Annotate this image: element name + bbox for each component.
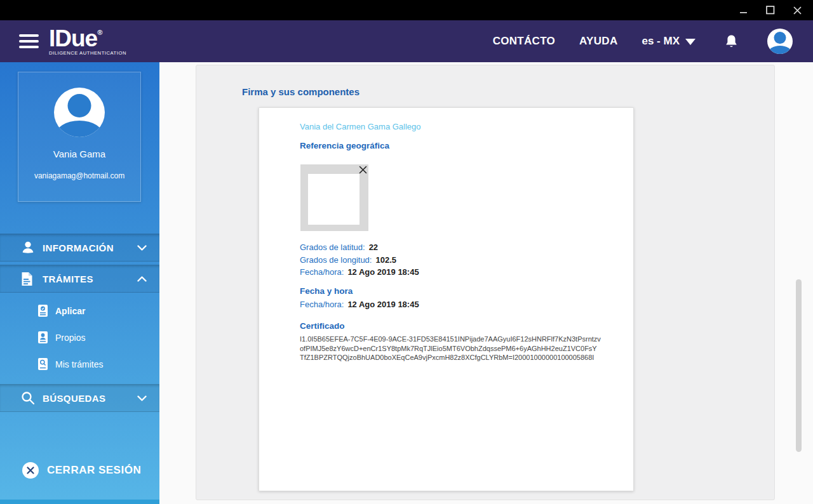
geo-image-placeholder [300,164,368,231]
sidebar-item-busquedas[interactable]: BÚSQUEDAS [0,384,159,412]
user-avatar[interactable] [767,29,793,54]
chevron-down-icon [137,395,147,401]
sidebar-subitem-aplicar[interactable]: Aplicar [0,302,159,319]
chevron-up-icon [137,276,147,282]
geo-datetime-label: Fecha/hora: [300,267,344,277]
help-link[interactable]: AYUDA [579,35,617,48]
scrollbar[interactable] [796,279,802,452]
document-icon [21,272,35,286]
close-icon [793,6,802,15]
profile-email: vaniagamag@hotmail.com [18,171,140,180]
signer-name: Vania del Carmen Gama Gallego [300,122,421,131]
sidebar-item-informacion[interactable]: INFORMACIÓN [0,234,159,262]
tramites-submenu: Aplicar Propios [0,302,159,382]
content-panel: Firma y sus componentes Vania del Carmen… [196,65,775,500]
apply-document-icon [38,305,48,317]
datetime-row: Fecha/hora:12 Ago 2019 18:45 [300,300,419,309]
page-title: Firma y sus componentes [242,86,359,97]
person-icon [21,241,35,255]
sidebar-bottom-strip [0,500,159,504]
sidebar-item-label: BÚSQUEDAS [43,393,105,404]
latitude-label: Grados de latitud: [300,242,365,252]
minimize-button[interactable] [736,3,752,18]
minimize-icon [740,6,748,14]
sidebar-item-tramites[interactable]: TRÁMITES [0,265,159,293]
search-document-icon [38,358,48,370]
logo-title: IDue® [49,27,126,50]
maximize-icon [766,6,775,15]
sidebar-subitem-label: Propios [55,333,85,343]
geo-datetime-row: Fecha/hora:12 Ago 2019 18:45 [300,267,419,277]
sidebar-item-label: INFORMACIÓN [43,242,114,253]
logo-subtitle: DILIGENCE AUTHENTICATION [49,51,126,56]
geo-section-title: Referencia geográfica [300,141,389,150]
geo-datetime-value: 12 Ago 2019 18:45 [347,267,419,277]
close-icon[interactable] [359,166,367,174]
latitude-row: Grados de latitud:22 [300,242,419,252]
bell-icon[interactable] [725,34,738,49]
maximize-button[interactable] [762,3,779,18]
app-logo: IDue® DILIGENCE AUTHENTICATION [49,27,126,56]
sidebar-subitem-mis-tramites[interactable]: Mis trámites [0,355,159,373]
sidebar-item-label: TRÁMITES [43,274,93,284]
geo-details: Grados de latitud:22 Grados de longitud:… [300,242,419,280]
longitude-value: 102.5 [375,255,396,265]
window-titlebar [0,0,813,20]
datetime-section-title: Fecha y hora [300,286,353,296]
signature-card: Vania del Carmen Gama Gallego Referencia… [259,107,634,491]
profile-name: Vania Gama [18,149,140,159]
certificate-value: I1.0I5B65EFEA-7C5F-4E09-9ACE-31FD53E8415… [300,335,601,362]
language-selector[interactable]: es - MX [642,35,695,48]
avatar-head [68,94,91,117]
sidebar-subitem-label: Aplicar [55,306,85,316]
contact-link[interactable]: CONTÁCTO [493,35,555,48]
longitude-label: Grados de longitud: [300,255,372,265]
profile-card: Vania Gama vaniagamag@hotmail.com [18,72,141,202]
search-icon [21,391,35,405]
close-circle-icon [22,462,39,479]
language-value: es - MX [642,35,680,48]
sidebar-subitem-label: Mis trámites [55,359,103,369]
certificate-section-title: Certificado [300,321,345,331]
latitude-value: 22 [369,242,378,252]
header-nav: CONTÁCTO AYUDA es - MX [493,29,813,54]
close-button[interactable] [789,3,805,18]
menu-icon[interactable] [19,34,39,48]
logout-button[interactable]: CERRAR SESIÓN [22,462,141,479]
profile-avatar [54,88,105,137]
avatar-shoulders [55,121,104,137]
geo-image-inner [308,174,359,225]
chevron-down-icon [685,39,695,45]
sidebar: Vania Gama vaniagamag@hotmail.com INFORM… [0,62,159,504]
avatar-shoulders [768,46,792,54]
sidebar-subitem-propios[interactable]: Propios [0,329,159,346]
datetime-value: 12 Ago 2019 18:45 [347,300,419,309]
person-card-icon [38,331,48,343]
datetime-label: Fecha/hora: [300,300,344,309]
logout-label: CERRAR SESIÓN [47,464,141,477]
longitude-row: Grados de longitud:102.5 [300,255,419,265]
main-content: Firma y sus componentes Vania del Carmen… [159,62,813,504]
chevron-down-icon [137,245,147,251]
app-header: IDue® DILIGENCE AUTHENTICATION CONTÁCTO … [0,20,813,62]
avatar-head [774,32,786,44]
